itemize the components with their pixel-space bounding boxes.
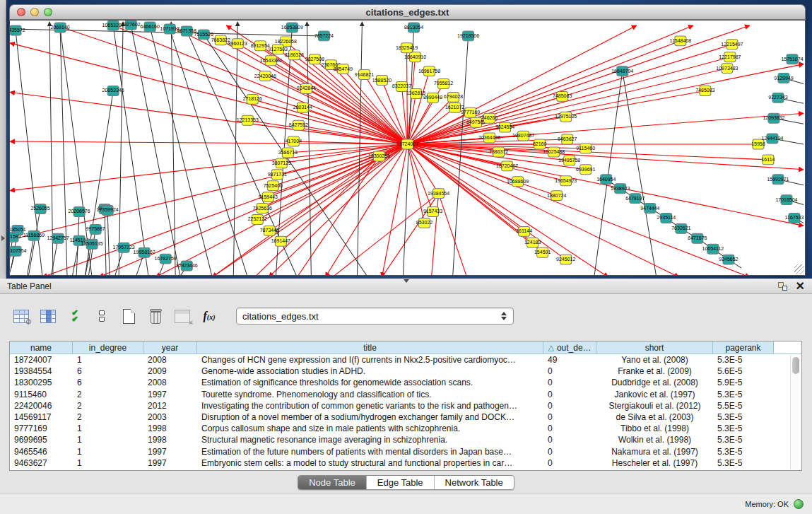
graph-node[interactable]: 9975887 xyxy=(86,224,105,234)
table-cell[interactable]: 9699695 xyxy=(10,434,73,445)
graph-node[interactable]: 7386372 xyxy=(489,147,508,157)
graph-edge[interactable] xyxy=(306,88,407,144)
table-cell[interactable]: 0 xyxy=(543,423,596,434)
graph-node[interactable]: 1588520 xyxy=(372,76,392,86)
table-cell[interactable]: 0 xyxy=(543,377,596,388)
function-builder-button[interactable]: f(x) xyxy=(201,306,218,326)
graph-node[interactable]: 17957223 xyxy=(113,243,135,252)
graph-node[interactable]: 16114 xyxy=(761,155,775,165)
table-cell[interactable]: Franke et al. (2009) xyxy=(596,366,713,377)
graph-node[interactable]: 6435572 xyxy=(10,25,25,35)
tab-node-table[interactable]: Node Table xyxy=(298,476,366,489)
graph-node[interactable]: 2526055 xyxy=(30,204,49,214)
graph-node[interactable]: 15992971 xyxy=(767,175,789,185)
graph-node[interactable]: 18640910 xyxy=(404,52,426,62)
table-cell[interactable]: 1997 xyxy=(143,389,197,400)
table-cell[interactable]: 0 xyxy=(543,446,596,457)
table-cell[interactable]: 1998 xyxy=(143,434,197,445)
graph-node[interactable]: 7955812 xyxy=(434,79,453,89)
graph-node[interactable]: 12942757 xyxy=(47,233,69,243)
column-header-in_degree[interactable]: in_degree xyxy=(73,341,143,354)
graph-edge[interactable] xyxy=(113,25,148,275)
graph-node[interactable]: 82160 xyxy=(533,139,547,149)
table-cell[interactable]: Jankovic et al. (1997) xyxy=(596,389,713,400)
graph-node[interactable]: 746266 xyxy=(481,113,498,123)
graph-node[interactable]: 19958167 xyxy=(134,247,155,257)
graph-node[interactable]: 7525406 xyxy=(264,181,283,191)
column-header-year[interactable]: year xyxy=(143,341,197,354)
graph-node[interactable]: 20206576 xyxy=(69,207,90,217)
graph-edge[interactable] xyxy=(408,113,804,144)
graph-node[interactable]: 2069140 xyxy=(50,23,69,33)
table-mode-button[interactable]: ⚙ xyxy=(13,306,30,326)
table-cell[interactable]: 18724007 xyxy=(10,354,73,366)
table-cell[interactable]: 2008 xyxy=(143,377,197,388)
graph-edge[interactable] xyxy=(131,25,180,275)
graph-node[interactable]: 6466160 xyxy=(141,22,160,32)
table-cell[interactable]: 5.3E-5 xyxy=(713,389,774,400)
table-select-dropdown[interactable]: citations_edges.txt xyxy=(236,308,514,325)
table-cell[interactable]: 2009 xyxy=(143,366,197,377)
table-cell[interactable]: 0 xyxy=(543,411,596,423)
graph-edge[interactable] xyxy=(10,144,408,191)
column-header-title[interactable]: title xyxy=(197,341,543,354)
graph-edge[interactable] xyxy=(408,144,804,226)
table-cell[interactable]: 2003 xyxy=(143,411,197,423)
table-cell[interactable]: 14569117 xyxy=(10,411,73,423)
graph-node[interactable]: 9157433 xyxy=(423,207,442,217)
graph-node[interactable]: 19218506 xyxy=(457,31,479,41)
table-cell[interactable]: Investigating the contribution of common… xyxy=(197,400,543,411)
table-cell[interactable]: 5.3E-5 xyxy=(713,446,774,457)
column-header-name[interactable]: name xyxy=(10,341,73,354)
select-all-rows-button[interactable]: ✔✔ xyxy=(66,306,83,326)
splitter-handle-icon[interactable] xyxy=(404,279,409,283)
graph-node[interactable]: 9474444 xyxy=(640,204,659,214)
graph-node[interactable]: 12975105 xyxy=(555,112,577,122)
graph-node[interactable]: 5938923 xyxy=(611,184,630,194)
graph-edge[interactable] xyxy=(107,211,110,275)
graph-edge[interactable] xyxy=(408,144,750,275)
table-cell[interactable]: 5.9E-5 xyxy=(713,377,774,388)
table-cell[interactable]: 9463627 xyxy=(10,457,73,469)
table-cell[interactable]: 9115460 xyxy=(10,389,73,400)
graph-node[interactable]: 161144 xyxy=(516,226,532,236)
graph-edge[interactable] xyxy=(51,238,58,275)
graph-node[interactable]: 8990448 xyxy=(423,93,442,103)
table-row[interactable]: 911546021997Tourette syndrome. Phenomeno… xyxy=(10,389,801,400)
row-height-button[interactable] xyxy=(93,306,110,326)
table-cell[interactable]: Hescheler et al. (1997) xyxy=(596,457,713,469)
table-cell[interactable]: 18300295 xyxy=(10,377,73,388)
graph-node[interactable]: 7857224 xyxy=(314,31,334,41)
window-resize-grip[interactable] xyxy=(794,264,804,274)
table-cell[interactable]: 6 xyxy=(73,366,143,377)
graph-node[interactable]: 10654112 xyxy=(702,244,724,254)
graph-node[interactable]: 16782759 xyxy=(155,254,177,264)
graph-node[interactable]: 391593 xyxy=(10,232,21,242)
table-cell[interactable]: 9465546 xyxy=(10,446,73,457)
table-cell[interactable]: 5.3E-5 xyxy=(713,457,774,469)
table-cell[interactable]: 49 xyxy=(543,354,596,366)
table-cell[interactable]: de Silva et al. (2003) xyxy=(596,411,713,423)
graph-node[interactable]: 11156869 xyxy=(23,230,45,240)
graph-node[interactable]: 8454749 xyxy=(334,64,353,74)
collapsed-control-panel[interactable] xyxy=(0,0,6,279)
delete-table-button[interactable] xyxy=(147,306,164,326)
graph-node[interactable]: 19495758 xyxy=(558,156,580,165)
graph-node[interactable]: 8322037 xyxy=(392,82,411,92)
network-window[interactable]: citations_edges.txt 18724007183002951938… xyxy=(9,4,806,276)
column-header-pagerank[interactable]: pagerank xyxy=(713,341,774,354)
table-row[interactable]: 977716911998Corpus callosum shape and si… xyxy=(10,423,801,434)
table-cell[interactable]: 2 xyxy=(73,389,143,400)
new-table-button[interactable] xyxy=(120,306,137,326)
graph-edge[interactable] xyxy=(408,25,750,144)
table-cell[interactable]: 5.3E-5 xyxy=(713,354,774,366)
table-cell[interactable]: 6 xyxy=(73,377,143,388)
table-cell[interactable]: Changes of HCN gene expression and I(f) … xyxy=(197,354,543,366)
graph-node[interactable]: 9463627 xyxy=(558,134,577,144)
graph-node[interactable]: 7485083 xyxy=(695,86,714,95)
column-visibility-button[interactable] xyxy=(40,306,57,326)
tab-edge-table[interactable]: Edge Table xyxy=(366,476,434,489)
graph-edge[interactable] xyxy=(88,229,95,275)
table-row[interactable]: 1830029562008Estimation of significance … xyxy=(10,377,801,388)
float-panel-icon[interactable] xyxy=(778,282,787,291)
